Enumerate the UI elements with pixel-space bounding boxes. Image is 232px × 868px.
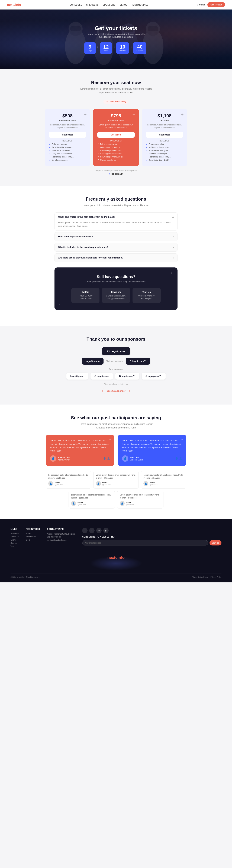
check-icon: ✓ <box>146 143 147 145</box>
countdown-seconds: 40 Seconds <box>133 42 146 54</box>
footer: Links Speakers Schedule Events Sponsor V… <box>0 519 232 582</box>
get-tickets-vip-button[interactable]: Get tickets <box>146 132 183 137</box>
testi-mini-text-1: Lorem ipsum dolor sit amet consectetur. … <box>96 473 136 479</box>
sponsor-d-logoipsum: D logoipsum™ <box>126 358 150 365</box>
faq-item-2: What is included in the event registrati… <box>55 243 177 252</box>
contact-call-info: +32 28 27 01 80+32 54 32 53 04 <box>75 294 96 300</box>
pricing-name-standard: Standard Pass <box>97 119 135 122</box>
nav-schedule[interactable]: Schedule <box>70 4 82 6</box>
testi-mini-author-3: 👤 Name @aaa.doe <box>71 501 112 506</box>
pricing-price-vip: $1,198 <box>146 113 183 119</box>
get-tickets-standard-button[interactable]: Get tickets <box>97 132 135 137</box>
footer-col-resources: Resources FAQs Testimonials Blog <box>26 528 40 548</box>
footer-link-schedule[interactable]: Schedule <box>10 536 19 538</box>
included-list-vip: ✓Front-row seating ✓VIP lounge & concier… <box>146 143 183 161</box>
testi-mini-text-3: Lorem ipsum dolor sit amet consectetur. … <box>71 493 112 499</box>
nav-cta-button[interactable]: Get Tickets <box>207 2 225 7</box>
payment-logo: ⬡logolpsum <box>7 173 225 175</box>
footer-contact-title: Contact Info <box>47 528 75 530</box>
author-name-1: Dan Doe <box>130 457 143 459</box>
contact-card-call: Call Us +32 28 27 01 80+32 54 32 53 04 <box>71 288 99 303</box>
testimonial-author-1: 👤 Dan Doe Business Owner 👤 👤 <box>122 455 182 462</box>
testi-mini-3: Lorem ipsum dolor sit amet consectetur. … <box>69 491 115 508</box>
social-youtube-btn[interactable]: ▶ <box>103 528 109 533</box>
check-icon: ✓ <box>97 143 99 145</box>
faq-item-3: Are there group discounts available for … <box>55 253 177 262</box>
footer-links-list: Speakers Schedule Events Sponsor Venue <box>10 532 19 547</box>
faq-subtitle: Lorem ipsum dolor sit amet consectetur. … <box>75 204 157 207</box>
footer-col-newsletter: f 𝕏 in ▶ Subscribe to newsletter Sign up <box>82 528 222 548</box>
footer-link-venue[interactable]: Venue <box>10 545 19 547</box>
testi-mini-0: Lorem ipsum dolor sit amet consectetur. … <box>46 471 91 489</box>
nav-venue[interactable]: Venue <box>120 4 127 6</box>
sponsor-logoipsum-main: ⬡ Logoipsum <box>102 347 130 355</box>
countdown-hours: 12 Hours <box>100 42 112 54</box>
sponsor-logo-ipsum-1: logo@ipsum <box>82 358 103 365</box>
check-icon: ✓ <box>49 149 51 152</box>
footer-top: Links Speakers Schedule Events Sponsor V… <box>10 528 222 548</box>
nav-contact[interactable]: Contact <box>197 3 205 6</box>
footer-privacy-link[interactable]: Privacy Policy <box>210 576 222 578</box>
nav-sponsors[interactable]: Sponsors <box>103 4 115 6</box>
contact-visit-title: Visit Us <box>136 291 157 293</box>
contact-cta-title: Still have questions? <box>60 275 172 279</box>
faq-question-1[interactable]: How can I register for an event? › <box>55 232 177 241</box>
testimonials-subtitle: Lorem ipsum dolor sit amet consectetur. … <box>75 422 157 430</box>
footer-copyright: © 2024 NextC Info. All rights reserved. <box>10 576 40 578</box>
hero-title: Get your tickets <box>85 25 147 31</box>
pricing-card-standard: ✦ $798 Standard Pass Lorem ipsum dolor s… <box>93 109 139 166</box>
contact-visit-info: Avenue Kinner 530,Bla, Belgium <box>136 294 157 300</box>
testimonials-section: See what our past participants are sayin… <box>0 405 232 519</box>
newsletter-signup-button[interactable]: Sign up <box>209 540 222 546</box>
nav-logo: nextcinfo <box>7 3 21 7</box>
check-icon: ✓ <box>49 156 51 158</box>
social-linkedin-btn[interactable]: in <box>96 528 102 533</box>
quote-icon-0: ❝ <box>109 438 111 442</box>
footer-social: f 𝕏 in ▶ <box>82 528 222 533</box>
platinum-sponsor-row: logo@ipsum Platinum sponsors D logoipsum… <box>7 358 225 365</box>
social-facebook-btn[interactable]: f <box>82 528 88 533</box>
testi-mini-text-0: Lorem ipsum dolor sit amet consectetur. … <box>48 473 89 479</box>
nav-speakers[interactable]: Speakers <box>86 4 99 6</box>
faq-question-0[interactable]: When and where is the next tech event ta… <box>55 213 177 221</box>
become-sponsor-button[interactable]: Become a sponsor <box>102 388 129 394</box>
countdown-sep3: : <box>130 44 132 49</box>
footer-link-speakers[interactable]: Speakers <box>10 532 19 534</box>
gold-sponsor-2: ◇ Logoipsum <box>91 373 113 379</box>
testi-mini-avatar-4: 👤 <box>120 501 125 506</box>
footer-link-events[interactable]: Events <box>10 539 19 541</box>
logo-text: nextc <box>7 3 15 6</box>
social-twitter-btn[interactable]: 𝕏 <box>89 528 95 533</box>
faq-question-2[interactable]: What is included in the event registrati… <box>55 243 177 251</box>
testi-mini-avatar-3: 👤 <box>71 501 76 506</box>
testi-mini-1: Lorem ipsum dolor sit amet consectetur. … <box>93 471 139 489</box>
countdown-sep1: : <box>97 44 99 49</box>
countdown-sep2: : <box>113 44 115 49</box>
footer-link-sponsor[interactable]: Sponsor <box>10 542 19 544</box>
get-tickets-early-button[interactable]: Get tickets <box>49 132 86 137</box>
footer-resource-blog[interactable]: Blog <box>26 539 40 541</box>
newsletter-input[interactable] <box>82 540 208 546</box>
testi-mini-author-4: 👤 Name @bbb.doe <box>120 501 161 506</box>
faq-question-3[interactable]: Are there group discounts available for … <box>55 253 177 262</box>
author-avatar-1: 👤 <box>122 455 128 462</box>
limited-badge: ⏱ Limited availability <box>103 100 129 104</box>
check-icon: ✓ <box>97 152 99 155</box>
nav-testimonials[interactable]: Testimonials <box>132 4 148 6</box>
pricing-grid: ✦ $598 Early Bird Pass Lorem ipsum dolor… <box>40 109 192 166</box>
check-icon: ✓ <box>49 152 51 155</box>
pricing-desc-vip: Lorem ipsum dolor sit amet consectetur. … <box>146 123 183 129</box>
author-role-1: Business Owner <box>130 459 143 461</box>
footer-terms-link[interactable]: Terms & Conditions <box>193 576 208 578</box>
clock-icon: ⏱ <box>106 101 108 103</box>
sponsors-section: Thank you to our sponsors ⬡ Logoipsum lo… <box>0 326 232 405</box>
chevron-right-icon: › <box>173 256 174 259</box>
faq-item-0: When and where is the next tech event ta… <box>55 212 177 230</box>
gold-sponsor-1: logo@ipsum <box>66 373 88 379</box>
footer-resource-faqs[interactable]: FAQs <box>26 532 40 534</box>
svg-rect-11 <box>147 26 158 31</box>
pricing-card-vip: ✦ $1,198 VIP Pass Lorem ipsum dolor sit … <box>142 109 187 166</box>
nav-links: Schedule Speakers Sponsors Venue Testimo… <box>70 3 148 6</box>
hero-section: Get your tickets Lorem ipsum dolor sit a… <box>0 9 232 69</box>
footer-resource-testimonials[interactable]: Testimonials <box>26 536 40 538</box>
